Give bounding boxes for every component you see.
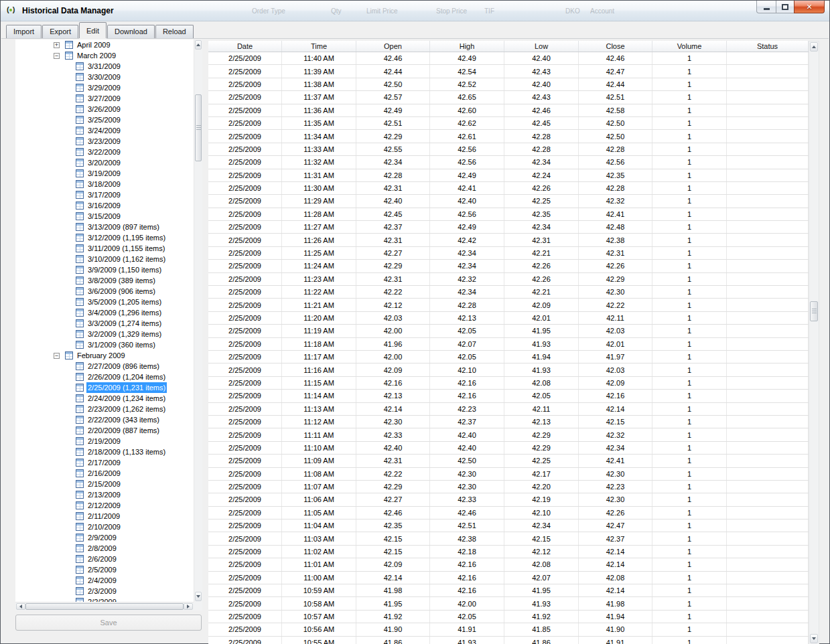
- cell-date[interactable]: 2/25/2009: [208, 286, 282, 298]
- tree-horizontal-scrollbar[interactable]: [15, 602, 194, 611]
- cell-volume[interactable]: 1: [652, 546, 727, 558]
- tree-node[interactable]: 3/29/2009: [15, 82, 194, 93]
- tree-node[interactable]: 3/8/2009 (389 items): [15, 275, 194, 286]
- cell-date[interactable]: 2/25/2009: [208, 532, 282, 544]
- tree-node[interactable]: 2/9/2009: [15, 532, 194, 543]
- cell-low[interactable]: 42.13: [504, 416, 579, 428]
- tree-node[interactable]: 3/18/2009: [15, 179, 194, 189]
- cell-time[interactable]: 11:05 AM: [282, 507, 356, 519]
- cell-open[interactable]: 42.45: [356, 208, 430, 220]
- cell-low[interactable]: 42.25: [504, 455, 579, 467]
- cell-date[interactable]: 2/25/2009: [208, 455, 282, 467]
- tree-node[interactable]: 2/12/2009: [15, 500, 194, 511]
- table-row[interactable]: 2/25/200911:11 AM42.3342.4042.2942.321: [208, 428, 809, 441]
- table-row[interactable]: 2/25/200911:26 AM42.3142.4242.3142.381: [208, 234, 809, 246]
- scroll-down-button[interactable]: [195, 592, 202, 601]
- cell-volume[interactable]: 1: [652, 428, 727, 440]
- cell-close[interactable]: 42.30: [579, 493, 652, 505]
- table-row[interactable]: 2/25/200911:34 AM42.2942.6142.2842.501: [208, 130, 809, 143]
- table-row[interactable]: 2/25/200910:56 AM41.9041.9141.8541.901: [208, 623, 809, 636]
- scroll-up-button[interactable]: [195, 40, 202, 50]
- cell-close[interactable]: 42.38: [579, 234, 652, 246]
- cell-low[interactable]: 42.43: [504, 65, 579, 77]
- tree-node[interactable]: 3/22/2009: [15, 147, 194, 157]
- cell-low[interactable]: 41.92: [504, 611, 579, 623]
- cell-high[interactable]: 42.60: [430, 104, 504, 116]
- cell-time[interactable]: 10:56 AM: [282, 623, 356, 635]
- cell-status[interactable]: [727, 286, 809, 298]
- cell-close[interactable]: 42.09: [579, 377, 652, 389]
- cell-close[interactable]: 41.97: [579, 351, 652, 363]
- cell-open[interactable]: 42.55: [356, 143, 430, 155]
- cell-close[interactable]: 42.47: [579, 519, 652, 532]
- tree-node[interactable]: 2/11/2009: [15, 511, 194, 521]
- cell-open[interactable]: 41.86: [356, 637, 430, 644]
- cell-date[interactable]: 2/25/2009: [208, 299, 282, 311]
- title-bar[interactable]: () Historical Data Manager Order TypeQty…: [1, 1, 829, 21]
- table-row[interactable]: 2/25/200911:18 AM41.9642.0741.9342.011: [208, 338, 809, 351]
- cell-date[interactable]: 2/25/2009: [208, 78, 282, 90]
- tree-node[interactable]: 3/23/2009: [15, 136, 194, 147]
- cell-high[interactable]: 42.00: [430, 597, 504, 609]
- cell-time[interactable]: 11:14 AM: [282, 390, 356, 402]
- cell-date[interactable]: 2/25/2009: [208, 130, 282, 142]
- cell-time[interactable]: 11:23 AM: [282, 273, 356, 285]
- cell-open[interactable]: 42.44: [356, 65, 430, 77]
- cell-open[interactable]: 42.29: [356, 481, 430, 493]
- save-button[interactable]: Save: [15, 615, 202, 631]
- cell-close[interactable]: 42.32: [579, 195, 652, 207]
- cell-time[interactable]: 11:28 AM: [282, 208, 356, 220]
- cell-volume[interactable]: 1: [652, 377, 727, 389]
- cell-high[interactable]: 42.16: [430, 584, 504, 596]
- tab-download[interactable]: Download: [107, 25, 155, 38]
- table-row[interactable]: 2/25/200911:25 AM42.2742.3442.2142.311: [208, 247, 809, 260]
- cell-low[interactable]: 42.40: [504, 52, 579, 64]
- cell-time[interactable]: 11:10 AM: [282, 442, 356, 454]
- cell-high[interactable]: 42.28: [430, 299, 504, 311]
- cell-status[interactable]: [727, 143, 809, 155]
- cell-time[interactable]: 11:06 AM: [282, 493, 356, 505]
- cell-status[interactable]: [727, 52, 809, 64]
- cell-status[interactable]: [727, 455, 809, 467]
- cell-low[interactable]: 41.95: [504, 584, 579, 596]
- tree-node[interactable]: 3/11/2009 (1,155 items): [15, 243, 194, 254]
- close-button[interactable]: ✕: [794, 1, 825, 13]
- cell-open[interactable]: 42.16: [356, 377, 430, 389]
- cell-date[interactable]: 2/25/2009: [208, 91, 282, 103]
- cell-volume[interactable]: 1: [652, 507, 727, 519]
- cell-date[interactable]: 2/25/2009: [208, 52, 282, 64]
- tree-expander-icon[interactable]: −: [54, 353, 60, 359]
- cell-low[interactable]: 42.26: [504, 182, 579, 194]
- cell-high[interactable]: 41.93: [430, 637, 504, 644]
- cell-close[interactable]: 42.56: [579, 156, 652, 168]
- table-row[interactable]: 2/25/200910:58 AM41.9542.0041.9341.981: [208, 597, 809, 610]
- cell-low[interactable]: 42.35: [504, 208, 579, 220]
- cell-status[interactable]: [727, 546, 809, 558]
- cell-low[interactable]: 42.28: [504, 130, 579, 142]
- cell-volume[interactable]: 1: [652, 351, 727, 363]
- cell-time[interactable]: 11:15 AM: [282, 377, 356, 389]
- column-header-open[interactable]: Open: [356, 41, 430, 52]
- cell-volume[interactable]: 1: [652, 65, 727, 77]
- cell-low[interactable]: 42.40: [504, 78, 579, 90]
- cell-volume[interactable]: 1: [652, 416, 727, 428]
- cell-date[interactable]: 2/25/2009: [208, 234, 282, 246]
- tree-node[interactable]: 2/18/2009 (1,133 items): [15, 447, 194, 457]
- cell-open[interactable]: 42.50: [356, 78, 430, 90]
- tree-expander-icon[interactable]: +: [54, 42, 60, 48]
- cell-close[interactable]: 42.26: [579, 260, 652, 272]
- tree-node[interactable]: 3/17/2009: [15, 189, 194, 200]
- tree-node[interactable]: 3/15/2009: [15, 211, 194, 222]
- cell-date[interactable]: 2/25/2009: [208, 143, 282, 155]
- cell-date[interactable]: 2/25/2009: [208, 507, 282, 519]
- cell-low[interactable]: 42.21: [504, 247, 579, 259]
- cell-time[interactable]: 11:22 AM: [282, 286, 356, 298]
- cell-volume[interactable]: 1: [652, 208, 727, 220]
- cell-date[interactable]: 2/25/2009: [208, 221, 282, 233]
- cell-volume[interactable]: 1: [652, 195, 727, 207]
- cell-open[interactable]: 42.57: [356, 91, 430, 103]
- cell-time[interactable]: 11:32 AM: [282, 156, 356, 168]
- tree-node[interactable]: −February 2009: [15, 350, 194, 361]
- cell-high[interactable]: 42.05: [430, 611, 504, 623]
- cell-status[interactable]: [727, 558, 809, 570]
